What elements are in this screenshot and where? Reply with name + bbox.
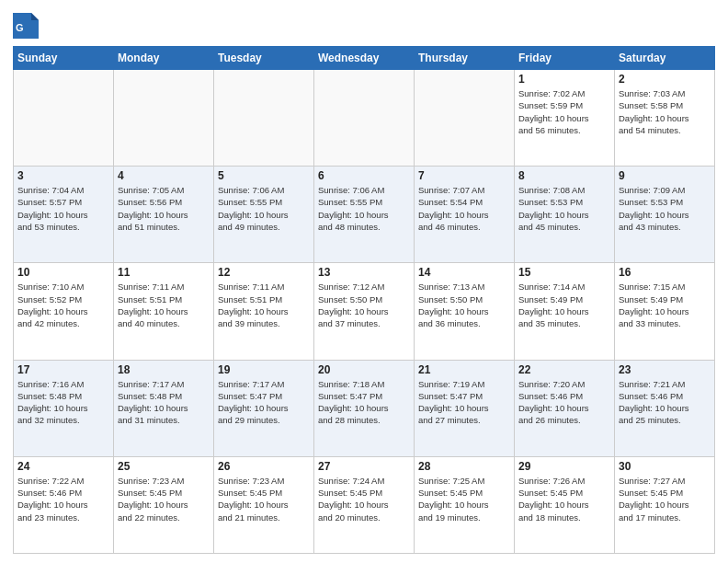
weekday-header: Monday xyxy=(114,47,214,70)
calendar-cell: 20Sunrise: 7:18 AM Sunset: 5:47 PM Dayli… xyxy=(314,360,415,456)
day-info: Sunrise: 7:25 AM Sunset: 5:45 PM Dayligh… xyxy=(418,475,510,523)
calendar-week-row: 1Sunrise: 7:02 AM Sunset: 5:59 PM Daylig… xyxy=(14,70,715,167)
day-info: Sunrise: 7:06 AM Sunset: 5:55 PM Dayligh… xyxy=(318,184,410,233)
day-number: 15 xyxy=(518,266,610,279)
day-number: 18 xyxy=(118,363,210,376)
day-info: Sunrise: 7:22 AM Sunset: 5:46 PM Dayligh… xyxy=(17,475,109,523)
day-number: 26 xyxy=(218,460,310,473)
calendar-cell: 21Sunrise: 7:19 AM Sunset: 5:47 PM Dayli… xyxy=(415,360,515,456)
calendar-cell: 25Sunrise: 7:23 AM Sunset: 5:45 PM Dayli… xyxy=(114,456,214,553)
calendar-cell: 1Sunrise: 7:02 AM Sunset: 5:59 PM Daylig… xyxy=(515,70,615,167)
day-info: Sunrise: 7:18 AM Sunset: 5:47 PM Dayligh… xyxy=(318,378,410,427)
calendar-cell: 30Sunrise: 7:27 AM Sunset: 5:45 PM Dayli… xyxy=(615,456,715,553)
weekday-header: Thursday xyxy=(415,47,515,70)
day-number: 19 xyxy=(218,363,310,376)
calendar-table: SundayMondayTuesdayWednesdayThursdayFrid… xyxy=(13,46,715,554)
day-number: 6 xyxy=(318,169,410,182)
header: G xyxy=(13,9,715,39)
day-info: Sunrise: 7:13 AM Sunset: 5:50 PM Dayligh… xyxy=(418,281,510,329)
day-info: Sunrise: 7:24 AM Sunset: 5:45 PM Dayligh… xyxy=(318,475,410,523)
calendar-week-row: 24Sunrise: 7:22 AM Sunset: 5:46 PM Dayli… xyxy=(14,456,715,553)
calendar-cell xyxy=(415,70,515,167)
calendar-cell: 18Sunrise: 7:17 AM Sunset: 5:48 PM Dayli… xyxy=(114,360,214,456)
day-number: 8 xyxy=(518,169,610,182)
calendar-cell: 17Sunrise: 7:16 AM Sunset: 5:48 PM Dayli… xyxy=(14,360,114,456)
day-number: 22 xyxy=(518,363,610,376)
day-info: Sunrise: 7:23 AM Sunset: 5:45 PM Dayligh… xyxy=(118,475,210,523)
calendar-cell: 6Sunrise: 7:06 AM Sunset: 5:55 PM Daylig… xyxy=(314,167,415,263)
day-info: Sunrise: 7:03 AM Sunset: 5:58 PM Dayligh… xyxy=(619,87,711,136)
day-number: 28 xyxy=(418,460,510,473)
day-number: 1 xyxy=(518,73,610,86)
calendar-cell: 2Sunrise: 7:03 AM Sunset: 5:58 PM Daylig… xyxy=(615,70,715,167)
day-info: Sunrise: 7:15 AM Sunset: 5:49 PM Dayligh… xyxy=(619,281,711,329)
day-number: 20 xyxy=(318,363,410,376)
day-info: Sunrise: 7:10 AM Sunset: 5:52 PM Dayligh… xyxy=(17,281,109,329)
calendar-cell: 5Sunrise: 7:06 AM Sunset: 5:55 PM Daylig… xyxy=(214,167,314,263)
day-info: Sunrise: 7:19 AM Sunset: 5:47 PM Dayligh… xyxy=(418,378,510,427)
day-number: 16 xyxy=(619,266,711,279)
calendar-header-row: SundayMondayTuesdayWednesdayThursdayFrid… xyxy=(14,47,715,70)
calendar-cell: 12Sunrise: 7:11 AM Sunset: 5:51 PM Dayli… xyxy=(214,263,314,360)
day-number: 9 xyxy=(619,169,711,182)
day-number: 10 xyxy=(17,266,109,279)
calendar-cell: 24Sunrise: 7:22 AM Sunset: 5:46 PM Dayli… xyxy=(14,456,114,553)
day-info: Sunrise: 7:20 AM Sunset: 5:46 PM Dayligh… xyxy=(518,378,610,427)
weekday-header: Saturday xyxy=(615,47,715,70)
day-info: Sunrise: 7:17 AM Sunset: 5:47 PM Dayligh… xyxy=(218,378,310,427)
calendar-cell: 11Sunrise: 7:11 AM Sunset: 5:51 PM Dayli… xyxy=(114,263,214,360)
day-info: Sunrise: 7:17 AM Sunset: 5:48 PM Dayligh… xyxy=(118,378,210,427)
day-number: 11 xyxy=(118,266,210,279)
day-info: Sunrise: 7:02 AM Sunset: 5:59 PM Dayligh… xyxy=(518,87,610,136)
day-number: 13 xyxy=(318,266,410,279)
logo: G xyxy=(13,13,40,39)
day-info: Sunrise: 7:05 AM Sunset: 5:56 PM Dayligh… xyxy=(118,184,210,233)
calendar-week-row: 10Sunrise: 7:10 AM Sunset: 5:52 PM Dayli… xyxy=(14,263,715,360)
day-number: 29 xyxy=(518,460,610,473)
day-info: Sunrise: 7:23 AM Sunset: 5:45 PM Dayligh… xyxy=(218,475,310,523)
calendar-cell: 13Sunrise: 7:12 AM Sunset: 5:50 PM Dayli… xyxy=(314,263,415,360)
calendar-cell: 16Sunrise: 7:15 AM Sunset: 5:49 PM Dayli… xyxy=(615,263,715,360)
calendar-cell: 28Sunrise: 7:25 AM Sunset: 5:45 PM Dayli… xyxy=(415,456,515,553)
page: G SundayMondayTuesdayWednesdayThursdayFr… xyxy=(0,0,728,563)
calendar-cell: 8Sunrise: 7:08 AM Sunset: 5:53 PM Daylig… xyxy=(515,167,615,263)
day-info: Sunrise: 7:12 AM Sunset: 5:50 PM Dayligh… xyxy=(318,281,410,329)
weekday-header: Friday xyxy=(515,47,615,70)
svg-marker-1 xyxy=(31,13,39,20)
day-info: Sunrise: 7:08 AM Sunset: 5:53 PM Dayligh… xyxy=(518,184,610,233)
day-info: Sunrise: 7:09 AM Sunset: 5:53 PM Dayligh… xyxy=(619,184,711,233)
day-number: 2 xyxy=(619,73,711,86)
logo-icon: G xyxy=(13,13,39,39)
day-info: Sunrise: 7:21 AM Sunset: 5:46 PM Dayligh… xyxy=(619,378,711,427)
calendar-cell: 27Sunrise: 7:24 AM Sunset: 5:45 PM Dayli… xyxy=(314,456,415,553)
calendar-cell: 19Sunrise: 7:17 AM Sunset: 5:47 PM Dayli… xyxy=(214,360,314,456)
day-info: Sunrise: 7:11 AM Sunset: 5:51 PM Dayligh… xyxy=(218,281,310,329)
day-number: 27 xyxy=(318,460,410,473)
calendar-cell xyxy=(214,70,314,167)
day-info: Sunrise: 7:06 AM Sunset: 5:55 PM Dayligh… xyxy=(218,184,310,233)
calendar-cell: 29Sunrise: 7:26 AM Sunset: 5:45 PM Dayli… xyxy=(515,456,615,553)
day-info: Sunrise: 7:04 AM Sunset: 5:57 PM Dayligh… xyxy=(17,184,109,233)
calendar-cell: 23Sunrise: 7:21 AM Sunset: 5:46 PM Dayli… xyxy=(615,360,715,456)
day-number: 21 xyxy=(418,363,510,376)
calendar-cell: 26Sunrise: 7:23 AM Sunset: 5:45 PM Dayli… xyxy=(214,456,314,553)
day-number: 17 xyxy=(17,363,109,376)
calendar-cell xyxy=(114,70,214,167)
calendar-cell: 15Sunrise: 7:14 AM Sunset: 5:49 PM Dayli… xyxy=(515,263,615,360)
calendar-cell: 4Sunrise: 7:05 AM Sunset: 5:56 PM Daylig… xyxy=(114,167,214,263)
calendar-cell: 3Sunrise: 7:04 AM Sunset: 5:57 PM Daylig… xyxy=(14,167,114,263)
day-number: 7 xyxy=(418,169,510,182)
day-number: 30 xyxy=(619,460,711,473)
day-info: Sunrise: 7:16 AM Sunset: 5:48 PM Dayligh… xyxy=(17,378,109,427)
calendar-cell: 14Sunrise: 7:13 AM Sunset: 5:50 PM Dayli… xyxy=(415,263,515,360)
day-number: 25 xyxy=(118,460,210,473)
weekday-header: Wednesday xyxy=(314,47,415,70)
day-info: Sunrise: 7:07 AM Sunset: 5:54 PM Dayligh… xyxy=(418,184,510,233)
day-number: 5 xyxy=(218,169,310,182)
calendar-cell xyxy=(14,70,114,167)
weekday-header: Sunday xyxy=(14,47,114,70)
calendar-week-row: 17Sunrise: 7:16 AM Sunset: 5:48 PM Dayli… xyxy=(14,360,715,456)
day-info: Sunrise: 7:27 AM Sunset: 5:45 PM Dayligh… xyxy=(619,475,711,523)
day-number: 3 xyxy=(17,169,109,182)
day-info: Sunrise: 7:26 AM Sunset: 5:45 PM Dayligh… xyxy=(518,475,610,523)
